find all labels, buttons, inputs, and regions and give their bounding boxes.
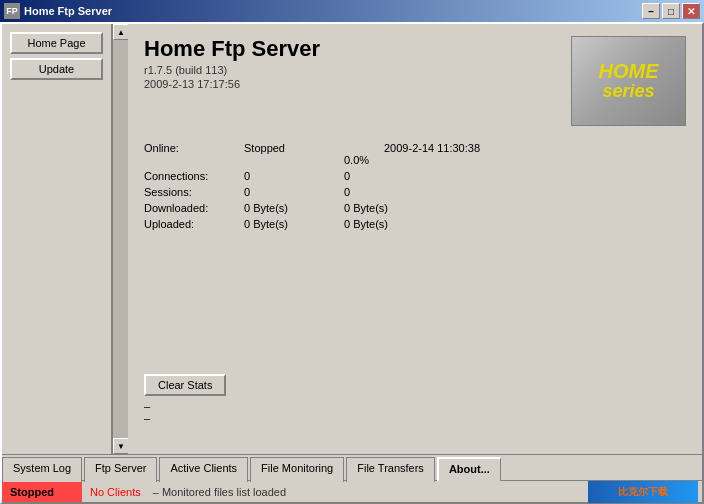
logo-home-text: HOME <box>599 61 659 81</box>
tab-about[interactable]: About... <box>437 457 501 482</box>
app-icon: FP <box>4 3 20 19</box>
sessions-value1: 0 <box>244 186 344 198</box>
sidebar-scrollbar[interactable]: ▲ ▼ <box>112 24 128 454</box>
title-bar-left: FP Home Ftp Server <box>4 3 112 19</box>
uploaded-row: Uploaded: 0 Byte(s) 0 Byte(s) <box>144 218 686 230</box>
home-page-button[interactable]: Home Page <box>10 32 103 54</box>
status-stopped: Stopped <box>2 481 82 502</box>
status-right: 比克尔下载 <box>588 481 702 503</box>
tab-file-transfers[interactable]: File Transfers <box>346 457 435 482</box>
uploaded-label: Uploaded: <box>144 218 244 230</box>
connections-label: Connections: <box>144 170 244 182</box>
logo-box: HOME series <box>571 36 686 126</box>
bkill-text: 比克尔下载 <box>618 485 668 499</box>
downloaded-row: Downloaded: 0 Byte(s) 0 Byte(s) <box>144 202 686 214</box>
online-label: Online: <box>144 142 244 154</box>
online-row: Online: Stopped 2009-2-14 11:30:38 0.0% <box>144 142 686 166</box>
tab-bar: System Log Ftp Server Active Clients Fil… <box>2 454 702 480</box>
tab-system-log[interactable]: System Log <box>2 457 82 482</box>
uploaded-value2: 0 Byte(s) <box>344 218 388 230</box>
downloaded-value1: 0 Byte(s) <box>244 202 344 214</box>
clear-stats-button[interactable]: Clear Stats <box>144 374 226 396</box>
scroll-down-arrow[interactable]: ▼ <box>113 438 129 454</box>
app-icon-text: FP <box>6 6 18 16</box>
app-title: Home Ftp Server <box>144 36 320 62</box>
main-window: Home Page Update ▲ ▼ Home Ftp Server r1.… <box>0 22 704 504</box>
online-percent: 0.0% <box>344 154 480 166</box>
status-no-clients: No Clients <box>82 486 149 498</box>
logo-series-text: series <box>602 81 654 102</box>
main-content: Home Page Update ▲ ▼ Home Ftp Server r1.… <box>2 24 702 454</box>
close-button[interactable]: ✕ <box>682 3 700 19</box>
version-info: r1.7.5 (build 113) <box>144 64 320 76</box>
app-info: Home Ftp Server r1.7.5 (build 113) 2009-… <box>144 36 320 90</box>
update-button[interactable]: Update <box>10 58 103 80</box>
stats-table: Online: Stopped 2009-2-14 11:30:38 0.0% … <box>144 142 686 230</box>
maximize-button[interactable]: □ <box>662 3 680 19</box>
title-bar: FP Home Ftp Server – □ ✕ <box>0 0 704 22</box>
scroll-up-arrow[interactable]: ▲ <box>113 24 129 40</box>
online-date: 2009-2-14 11:30:38 <box>384 142 480 154</box>
tab-active-clients[interactable]: Active Clients <box>159 457 248 482</box>
downloaded-label: Downloaded: <box>144 202 244 214</box>
online-value: Stopped <box>244 142 344 154</box>
window-controls: – □ ✕ <box>642 3 700 19</box>
sessions-row: Sessions: 0 0 <box>144 186 686 198</box>
connections-value2: 0 <box>344 170 350 182</box>
connections-value1: 0 <box>244 170 344 182</box>
uploaded-value1: 0 Byte(s) <box>244 218 344 230</box>
bottom-actions: Clear Stats – – <box>144 374 226 424</box>
status-message: – Monitored files list loaded <box>149 486 290 498</box>
bkill-logo: 比克尔下载 <box>588 481 698 503</box>
dash-item-1: – <box>144 400 226 412</box>
window-title: Home Ftp Server <box>24 5 112 17</box>
tab-file-monitoring[interactable]: File Monitoring <box>250 457 344 482</box>
downloaded-value2: 0 Byte(s) <box>344 202 388 214</box>
tab-ftp-server[interactable]: Ftp Server <box>84 457 157 482</box>
sessions-label: Sessions: <box>144 186 244 198</box>
content-header: Home Ftp Server r1.7.5 (build 113) 2009-… <box>144 36 686 126</box>
sidebar: Home Page Update <box>2 24 112 454</box>
connections-row: Connections: 0 0 <box>144 170 686 182</box>
content-area: Home Ftp Server r1.7.5 (build 113) 2009-… <box>128 24 702 454</box>
sessions-value2: 0 <box>344 186 350 198</box>
minimize-button[interactable]: – <box>642 3 660 19</box>
online-values: Stopped 2009-2-14 11:30:38 0.0% <box>244 142 480 166</box>
scroll-track[interactable] <box>113 40 128 438</box>
dash-item-2: – <box>144 412 226 424</box>
status-bar: Stopped No Clients – Monitored files lis… <box>2 480 702 502</box>
build-date: 2009-2-13 17:17:56 <box>144 78 320 90</box>
